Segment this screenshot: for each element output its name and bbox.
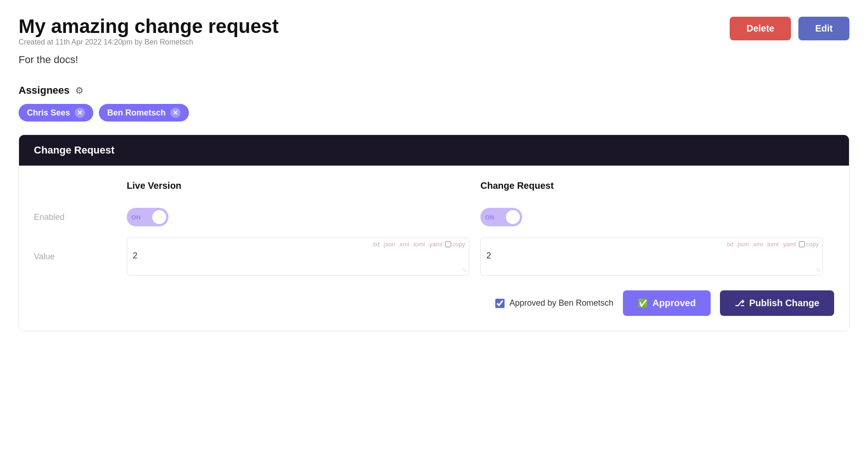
live-value-toolbar: .txt .json .xml .toml .yaml copy: [372, 241, 465, 248]
chip-label-ben: Ben Rometsch: [107, 108, 166, 118]
change-request-card: Change Request Live Version Change Reque…: [19, 135, 849, 331]
change-enabled-toggle[interactable]: ON: [480, 208, 522, 226]
assignees-section: Assignees ⚙ Chris Sees ✕ Ben Rometsch ✕: [19, 84, 849, 122]
change-value-text: 2: [486, 251, 491, 260]
approved-button[interactable]: ✅ Approved: [623, 290, 711, 316]
live-value-box: .txt .json .xml .toml .yaml copy 2 ⤡: [127, 238, 469, 276]
publish-change-label: Publish Change: [749, 298, 819, 308]
card-header: Change Request: [19, 135, 849, 166]
change-value-box: .txt .json .xml .toml .yaml copy 2 ⤡: [480, 238, 823, 276]
value-row-label: Value: [34, 234, 127, 279]
live-toggle-thumb: [152, 210, 166, 224]
live-json-btn[interactable]: .json: [382, 241, 395, 248]
live-copy-checkbox[interactable]: [445, 241, 451, 247]
live-copy-btn[interactable]: copy: [445, 241, 465, 248]
change-xml-btn[interactable]: .xml: [751, 241, 763, 248]
page-header: My amazing change request Created at 11t…: [19, 15, 849, 81]
branch-icon: ⎇: [735, 298, 745, 308]
enabled-row-label: Enabled: [34, 200, 127, 234]
change-enabled-toggle-container: ON: [480, 200, 834, 234]
assignees-chips: Chris Sees ✕ Ben Rometsch ✕: [19, 104, 849, 122]
assignees-title: Assignees: [19, 84, 70, 96]
live-value-text: 2: [133, 251, 137, 260]
approved-check-row: Approved by Ben Rometsch: [495, 298, 613, 308]
change-copy-label: copy: [806, 241, 819, 248]
approved-button-label: Approved: [653, 298, 696, 308]
compare-grid: Live Version Change Request Enabled ON O…: [34, 180, 834, 279]
created-meta: Created at 11th Apr 2022 14:20pm by Ben …: [19, 38, 279, 46]
live-value-container: .txt .json .xml .toml .yaml copy 2 ⤡: [127, 234, 480, 279]
remove-chris-button[interactable]: ✕: [75, 108, 85, 118]
publish-change-button[interactable]: ⎇ Publish Change: [720, 290, 834, 316]
live-xml-btn[interactable]: .xml: [398, 241, 409, 248]
change-txt-btn[interactable]: .txt: [725, 241, 733, 248]
change-yaml-btn[interactable]: .yaml: [781, 241, 796, 248]
card-body: Live Version Change Request Enabled ON O…: [19, 166, 849, 331]
live-enabled-toggle[interactable]: ON: [127, 208, 168, 226]
live-txt-btn[interactable]: .txt: [372, 241, 380, 248]
col-header-change: Change Request: [480, 180, 834, 200]
change-toml-btn[interactable]: .toml: [765, 241, 778, 248]
title-section: My amazing change request Created at 11t…: [19, 15, 279, 81]
footer-row: Approved by Ben Rometsch ✅ Approved ⎇ Pu…: [34, 290, 834, 316]
card-header-title: Change Request: [34, 144, 115, 156]
live-copy-label: copy: [453, 241, 465, 248]
chip-chris-sees: Chris Sees ✕: [19, 104, 93, 122]
chip-label-chris: Chris Sees: [27, 108, 70, 118]
edit-button[interactable]: Edit: [798, 17, 849, 40]
change-copy-btn[interactable]: copy: [799, 241, 819, 248]
live-toggle-label: ON: [131, 214, 141, 221]
chip-ben-rometsch: Ben Rometsch ✕: [99, 104, 189, 122]
change-resize-handle[interactable]: ⤡: [816, 267, 821, 273]
approved-checkbox[interactable]: [495, 299, 505, 308]
remove-ben-button[interactable]: ✕: [170, 108, 181, 118]
delete-button[interactable]: Delete: [730, 17, 791, 40]
col-header-live: Live Version: [127, 180, 480, 200]
approved-text: Approved by Ben Rometsch: [509, 298, 613, 308]
change-value-toolbar: .txt .json .xml .toml .yaml copy: [725, 241, 819, 248]
page-title: My amazing change request: [19, 15, 279, 38]
description: For the docs!: [19, 54, 279, 66]
change-value-container: .txt .json .xml .toml .yaml copy 2 ⤡: [480, 234, 834, 279]
header-buttons: Delete Edit: [730, 15, 849, 40]
change-toggle-thumb: [506, 210, 520, 224]
assignees-label-row: Assignees ⚙: [19, 84, 849, 96]
gear-icon[interactable]: ⚙: [75, 85, 84, 96]
grid-spacer: [34, 180, 127, 200]
change-copy-checkbox[interactable]: [799, 241, 805, 247]
live-yaml-btn[interactable]: .yaml: [428, 241, 442, 248]
live-enabled-toggle-container: ON: [127, 200, 480, 234]
live-resize-handle[interactable]: ⤡: [462, 267, 467, 273]
change-json-btn[interactable]: .json: [736, 241, 749, 248]
live-toml-btn[interactable]: .toml: [412, 241, 425, 248]
checkmark-icon: ✅: [638, 298, 648, 308]
change-toggle-label: ON: [485, 214, 495, 221]
